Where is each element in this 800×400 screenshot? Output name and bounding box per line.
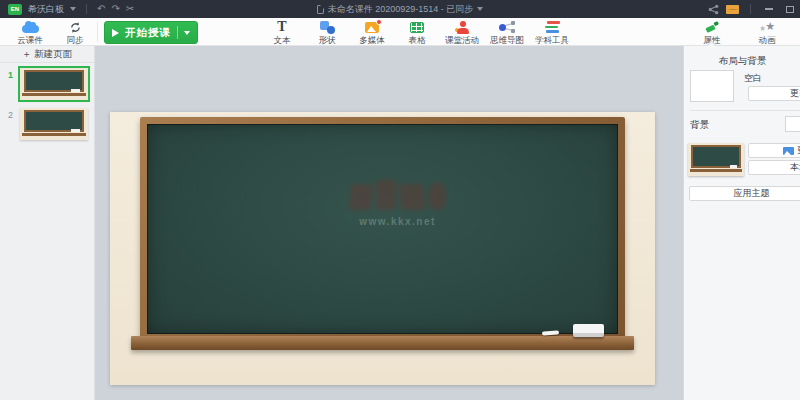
blackboard[interactable]: www.kkx.net [140, 117, 625, 341]
app-window: EN 希沃白板 ↶ ↷ ✂ 未命名课件 20200929-1514 - 已同步 [0, 0, 800, 400]
sync-button[interactable]: 同步 [53, 20, 97, 45]
share-icon[interactable] [708, 4, 719, 15]
cloud-courseware-button[interactable]: 云课件 [8, 20, 52, 45]
local-image-label: 本地图片 [790, 161, 800, 174]
sync-label: 同步 [67, 36, 84, 45]
page-thumbnail-1[interactable] [20, 68, 88, 100]
local-image-button[interactable]: 本地图片 [748, 160, 800, 175]
maximize-button[interactable] [783, 3, 797, 15]
mindmap-icon [499, 21, 515, 33]
background-label: 背景 [690, 119, 709, 132]
tool-label: 形状 [319, 36, 336, 45]
tool-table[interactable]: 表格 [395, 20, 439, 45]
tool-label: 学科工具 [535, 36, 569, 45]
undo-icon[interactable]: ↶ [97, 4, 105, 14]
subject-tools-icon [545, 21, 560, 33]
page-number: 1 [8, 70, 13, 80]
tool-label: 文本 [274, 36, 291, 45]
layout-background-panel: 布局与背景 空白 更改布局 背景 更多背景 本地图片 应用主题 [683, 46, 800, 400]
watermark-url: www.kkx.net [359, 216, 436, 227]
start-teaching-label: 开始授课 [125, 26, 171, 40]
play-icon [112, 29, 119, 37]
new-page-button[interactable]: ＋ 新建页面 [0, 46, 94, 63]
tool-label: 思维导图 [490, 36, 524, 45]
blackboard-thumbnail [688, 143, 744, 176]
start-teaching-button[interactable]: 开始授课 [104, 21, 198, 44]
blank-layout-thumbnail[interactable] [690, 70, 734, 102]
chevron-down-icon[interactable] [477, 7, 483, 11]
document-icon [317, 5, 324, 14]
page-thumbnail-2[interactable] [20, 108, 88, 140]
watermark: www.kkx.net [350, 180, 446, 227]
tab-animation[interactable]: ★★ 动画 [747, 20, 787, 45]
cloud-courseware-label: 云课件 [17, 36, 43, 45]
minimize-button[interactable] [762, 3, 776, 15]
chevron-down-icon[interactable] [184, 31, 190, 35]
divider [97, 22, 98, 42]
blank-layout-label: 空白 [744, 72, 762, 85]
sync-icon [69, 21, 82, 34]
divider [690, 110, 800, 111]
app-logo: EN [8, 4, 22, 15]
maximize-icon [786, 6, 794, 13]
image-icon [783, 147, 794, 155]
tool-shapes[interactable]: 形状 [305, 20, 349, 45]
mail-icon[interactable] [726, 5, 739, 14]
change-layout-label: 更改布局 [790, 87, 800, 100]
apply-theme-label: 应用主题 [734, 187, 770, 200]
tool-subject-tools[interactable]: 学科工具 [530, 20, 574, 45]
titlebar-left: EN 希沃白板 ↶ ↷ ✂ [0, 3, 134, 16]
brush-icon [705, 21, 719, 34]
page-item: 1 [0, 68, 95, 106]
blackboard-thumbnail [20, 68, 88, 100]
blackboard-surface: www.kkx.net [147, 124, 618, 334]
text-icon: T [277, 20, 286, 34]
document-title: 未命名课件 20200929-1514 - 已同步 [328, 3, 474, 16]
editor-canvas[interactable]: www.kkx.net [95, 46, 683, 400]
background-thumbnail[interactable] [688, 143, 744, 176]
notification-dot [376, 19, 382, 25]
divider [86, 4, 87, 14]
slide[interactable]: www.kkx.net [110, 112, 655, 385]
divider [750, 4, 751, 14]
page-number: 2 [8, 110, 13, 120]
divider [177, 26, 178, 39]
stars-icon: ★★ [759, 21, 775, 34]
watermark-logo [350, 180, 446, 210]
tool-mindmap[interactable]: 思维导图 [485, 20, 529, 45]
titlebar: EN 希沃白板 ↶ ↷ ✂ 未命名课件 20200929-1514 - 已同步 [0, 0, 800, 18]
page-item: 2 [0, 108, 95, 146]
panel-title: 布局与背景 [684, 55, 800, 68]
change-layout-button[interactable]: 更改布局 [748, 86, 800, 101]
blackboard-thumbnail [20, 108, 88, 140]
media-icon [365, 22, 379, 33]
tab-label: 动画 [759, 36, 776, 45]
tool-text[interactable]: T 文本 [260, 20, 304, 45]
toolbar: 云课件 同步 开始授课 T 文本 [0, 18, 800, 46]
apply-theme-button[interactable]: 应用主题 [689, 186, 800, 201]
chalk-tray [131, 336, 634, 350]
board-eraser [573, 324, 604, 337]
titlebar-right [708, 3, 800, 15]
cloud-icon [22, 25, 39, 33]
tool-label: 多媒体 [359, 36, 385, 45]
redo-icon[interactable]: ↷ [111, 4, 119, 14]
scissors-icon[interactable]: ✂ [126, 4, 134, 14]
activity-icon [455, 21, 469, 34]
chevron-down-icon[interactable] [70, 7, 76, 11]
minimize-icon [765, 8, 773, 10]
tool-label: 表格 [409, 36, 426, 45]
app-name: 希沃白板 [28, 3, 64, 16]
more-backgrounds-button[interactable]: 更多背景 [748, 143, 800, 158]
table-icon [410, 22, 424, 33]
tool-activity[interactable]: 课堂活动 [440, 20, 484, 45]
shapes-icon [320, 20, 335, 34]
tool-label: 课堂活动 [445, 36, 479, 45]
tool-media[interactable]: 多媒体 [350, 20, 394, 45]
new-page-label: ＋ 新建页面 [22, 48, 72, 61]
page-sidebar: ＋ 新建页面 1 2 [0, 46, 95, 400]
background-color-swatch[interactable] [785, 116, 800, 132]
